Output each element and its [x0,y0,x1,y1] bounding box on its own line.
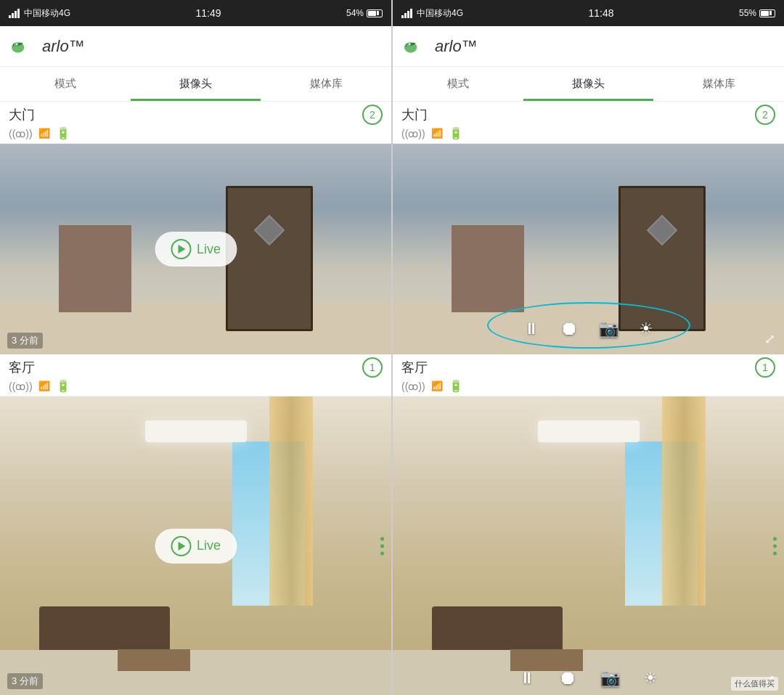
status-left-right: 中国移动4G [401,7,463,20]
status-right-left: 54% [346,8,383,18]
arlo-logo-left: arlo™ [12,37,85,56]
snapshot-btn-keting-right[interactable]: 📷 [600,669,620,688]
door-diamond-right [647,215,677,245]
wifi-icon-keting-right: 📶 [431,381,443,391]
wall-unit-damen-left [59,225,131,312]
carrier-left: 中国移动4G [24,7,70,20]
status-bar-left: 中国移动4G 11:49 54% [0,0,391,26]
feed-living-bg-right [393,397,784,695]
pause-btn-damen-right[interactable]: ⏸ [523,320,539,338]
record-btn-keting-right[interactable]: ⏺ [558,667,577,689]
arlo-logo-svg-right [404,38,430,55]
camera-header-keting-left: 客厅 1 ((ꝏ)) 📶 🔋 [0,354,391,397]
wifi-icon-damen-right: 📶 [431,128,443,139]
camera-feed-keting-left[interactable]: Live 3 分前 [0,397,391,695]
wifi-icon-keting-left: 📶 [38,381,50,391]
status-bar-right: 中国移动4G 11:48 55% [393,0,784,26]
camera-badge-keting-right: 1 [755,357,775,378]
signal-icon-left [9,9,20,18]
timestamp-damen-left: 3 分前 [7,333,43,349]
right-panel: 中国移动4G 11:48 55% arlo™ 模式 摄像头 媒体库 [392,0,784,695]
arlo-header-left: arlo™ [0,26,391,67]
signal-icon-right [401,9,412,18]
live-btn-keting-left[interactable]: Live [155,529,237,564]
camera-feed-damen-left[interactable]: Live 3 分前 [0,144,391,354]
door-frame-left [226,186,313,331]
play-icon-damen-left [171,239,191,259]
nav-tabs-left: 模式 摄像头 媒体库 [0,67,391,102]
battery-icon-left [367,9,383,17]
sofa-right [432,606,563,650]
arlo-logo-svg-left [12,38,38,55]
brightness-btn-keting-right[interactable]: ☀ [643,669,658,688]
camera-name-keting-left: 客厅 [9,359,35,376]
battery-cam-damen-left: 🔋 [56,126,70,140]
arlo-text-left: arlo™ [42,37,85,56]
time-left: 11:49 [195,7,221,19]
camera-feed-keting-right[interactable]: ⏸ ⏺ 📷 ☀ ⤢ [393,397,784,695]
curtain-left [269,397,313,606]
tab-cameras-left[interactable]: 摄像头 [131,67,261,101]
arlo-text-right: arlo™ [435,37,478,56]
status-left-left: 中国移动4G [9,7,70,20]
ceiling-light-right [538,420,640,442]
door-frame-right [618,186,706,331]
camera-controls-keting-right: ⏸ ⏺ 📷 ☀ [393,667,784,689]
camera-feed-damen-right[interactable]: ⏸ ⏺ 📷 ☀ ⤢ [393,144,784,354]
wifi-icon-damen-left: 📶 [38,128,50,139]
live-text-damen-left: Live [197,242,221,257]
curtain-right [662,397,706,606]
tab-library-left[interactable]: 媒体库 [261,67,391,101]
motion-icon-damen-right: ((ꝏ)) [401,128,425,139]
snapshot-btn-damen-right[interactable]: 📷 [599,320,618,338]
door-diamond-left [254,215,285,245]
motion-icon-keting-left: ((ꝏ)) [9,381,33,392]
camera-name-damen-right: 大门 [401,106,428,123]
battery-cam-keting-left: 🔋 [56,379,70,393]
play-icon-keting-left [171,536,191,556]
brightness-btn-damen-right[interactable]: ☀ [639,320,653,338]
battery-pct-right: 55% [739,8,756,18]
camera-header-damen-left: 大门 2 ((ꝏ)) 📶 🔋 [0,102,391,144]
timestamp-keting-left: 3 分前 [7,673,43,689]
more-dots-keting-right[interactable] [773,537,777,555]
camera-badge-damen-right: 2 [755,105,775,125]
camera-icons-keting-left: ((ꝏ)) 📶 🔋 [9,379,383,393]
live-btn-damen-left[interactable]: Live [155,232,237,267]
svg-point-1 [16,43,18,45]
motion-icon-keting-right: ((ꝏ)) [401,381,425,392]
tab-modes-left[interactable]: 模式 [0,67,131,101]
record-btn-damen-right[interactable]: ⏺ [560,317,579,340]
time-right: 11:48 [588,7,613,19]
ceiling-light-left [145,420,247,442]
battery-cam-damen-right: 🔋 [449,126,463,140]
arlo-header-right: arlo™ [393,26,784,67]
camera-badge-damen-left: 2 [362,105,383,125]
camera-icons-damen-left: ((ꝏ)) 📶 🔋 [9,126,383,140]
camera-icons-keting-right: ((ꝏ)) 📶 🔋 [401,379,775,393]
camera-controls-damen-right: ⏸ ⏺ 📷 ☀ [523,317,653,340]
more-dots-keting-left[interactable] [380,537,384,555]
watermark: 什么值得买 [731,677,778,691]
left-panel: 中国移动4G 11:49 54% arlo™ 模式 摄像头 媒体库 [0,0,392,695]
camera-name-keting-right: 客厅 [401,359,428,376]
tab-modes-right[interactable]: 模式 [393,67,523,101]
camera-icons-damen-right: ((ꝏ)) 📶 🔋 [401,126,775,140]
svg-point-3 [409,43,411,45]
play-triangle-damen-left [178,245,185,253]
nav-tabs-right: 模式 摄像头 媒体库 [393,67,784,102]
live-text-keting-left: Live [197,538,221,553]
floor-keting-left [0,650,391,695]
battery-icon-right [759,9,775,17]
carrier-right: 中国移动4G [417,7,463,20]
expand-btn-damen-right[interactable]: ⤢ [764,331,775,347]
camera-name-damen-left: 大门 [9,106,35,123]
pause-btn-keting-right[interactable]: ⏸ [519,669,535,688]
sofa-left [39,606,170,650]
tab-cameras-right[interactable]: 摄像头 [523,67,654,101]
tab-library-right[interactable]: 媒体库 [653,67,784,101]
play-triangle-keting-left [178,542,185,550]
wall-unit-damen-right [452,225,524,312]
camera-header-damen-right: 大门 2 ((ꝏ)) 📶 🔋 [393,102,784,144]
battery-pct-left: 54% [346,8,364,18]
